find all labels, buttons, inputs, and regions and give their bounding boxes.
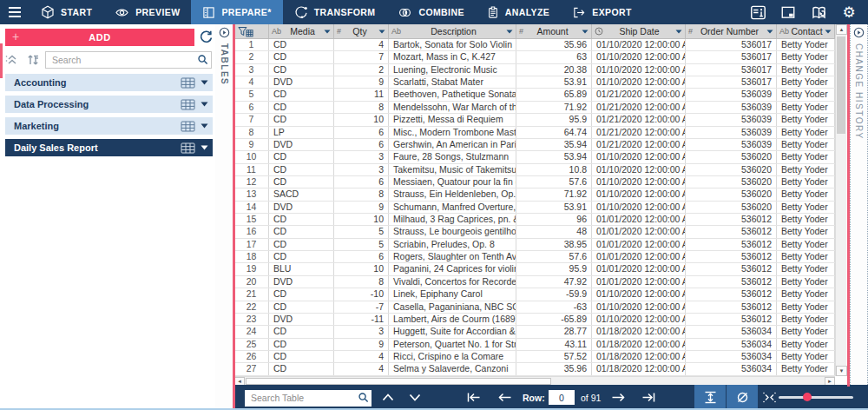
table-cell[interactable]: 536017: [686, 51, 777, 63]
table-cell[interactable]: Betty Yoder: [777, 263, 835, 274]
table-cell[interactable]: 38.95: [516, 239, 592, 250]
table-cell[interactable]: 536012: [686, 314, 777, 325]
row-number-cell[interactable]: 24: [234, 326, 269, 337]
table-cell[interactable]: 64.74: [516, 127, 592, 138]
column-menu-icon[interactable]: [324, 30, 331, 34]
table-cell[interactable]: 536020: [686, 176, 777, 188]
table-cell[interactable]: 20.38: [516, 64, 592, 76]
table-cell[interactable]: DVD: [269, 139, 334, 150]
tab-analyze[interactable]: ANALYZE: [476, 0, 561, 24]
row-number-cell[interactable]: 13: [234, 188, 269, 200]
table-cell[interactable]: 536017: [686, 64, 777, 76]
table-cell[interactable]: 01/18/2020 12:00:00 AM: [592, 363, 686, 374]
table-cell[interactable]: Betty Yoder: [777, 314, 835, 325]
table-cell[interactable]: Betty Yoder: [777, 139, 835, 150]
table-cell[interactable]: 10: [334, 114, 389, 125]
table-cell[interactable]: Betty Yoder: [777, 102, 835, 113]
table-cell[interactable]: CD: [269, 51, 334, 63]
table-row[interactable]: 13SACD8Strauss, Ein Heldenleben, Op.4071…: [234, 188, 835, 201]
table-cell[interactable]: Betty Yoder: [777, 89, 835, 100]
table-cell[interactable]: CD: [269, 114, 334, 125]
table-cell[interactable]: LP: [269, 127, 334, 138]
table-cell[interactable]: 10: [334, 214, 389, 225]
table-cell[interactable]: 48: [516, 226, 592, 237]
table-cell[interactable]: 01/10/2020 12:00:00 AM: [592, 76, 686, 88]
table-cell[interactable]: 2: [334, 64, 389, 76]
tab-combine[interactable]: COMBINE: [386, 0, 475, 24]
left-pane-splitter[interactable]: [233, 24, 235, 410]
book-sync-button[interactable]: [810, 3, 827, 21]
table-cell[interactable]: CD: [269, 39, 334, 50]
table-cell[interactable]: 536039: [686, 114, 777, 125]
tab-start[interactable]: START: [30, 0, 103, 24]
table-cell[interactable]: 3: [334, 151, 389, 162]
table-cell[interactable]: 536012: [686, 288, 777, 300]
table-cell[interactable]: 57.6: [516, 251, 592, 262]
table-row[interactable]: 1CD4Bartok, Sonata for Solo Violin35.960…: [234, 39, 835, 51]
table-cell[interactable]: Betty Yoder: [777, 226, 835, 237]
previous-row-button[interactable]: [493, 385, 517, 410]
table-cell[interactable]: Mozart, Mass in C, K.427: [389, 51, 516, 63]
log-info-button[interactable]: [749, 3, 766, 21]
table-cell[interactable]: -10: [334, 288, 389, 300]
table-cell[interactable]: CD: [269, 326, 334, 337]
table-row[interactable]: 19BLU10Paganini, 24 Caprices for violin.…: [234, 263, 835, 275]
row-number-cell[interactable]: 21: [234, 288, 269, 300]
zoom-slider-track[interactable]: [779, 396, 853, 399]
table-cell[interactable]: Peterson, Quartet No. 1 for Strings: [389, 339, 516, 350]
table-cell[interactable]: 4: [334, 363, 389, 374]
table-cell[interactable]: 01/10/2020 12:00:00 AM: [592, 151, 686, 162]
table-cell[interactable]: Bartok, Sonata for Solo Violin: [389, 39, 516, 50]
table-cell[interactable]: CD: [269, 214, 334, 225]
table-cell[interactable]: 01/10/2020 12:00:00 AM: [592, 314, 686, 325]
table-cell[interactable]: 01/01/2020 12:00:00 AM: [592, 214, 686, 225]
next-row-button[interactable]: [606, 385, 630, 410]
table-cell[interactable]: Betty Yoder: [777, 363, 835, 374]
chevron-down-icon[interactable]: [201, 145, 208, 150]
row-number-cell[interactable]: 18: [234, 251, 269, 262]
tab-transform[interactable]: TRANSFORM: [283, 0, 387, 24]
table-cell[interactable]: 01/10/2020 12:00:00 AM: [592, 288, 686, 300]
table-cell[interactable]: 01/10/2020 12:00:00 AM: [592, 301, 686, 313]
table-cell[interactable]: Betty Yoder: [777, 64, 835, 76]
table-cell[interactable]: 71.92: [516, 102, 592, 113]
table-cell[interactable]: 7: [334, 51, 389, 63]
table-cell[interactable]: 5: [334, 239, 389, 250]
table-cell[interactable]: 53.91: [516, 76, 592, 88]
table-cell[interactable]: -11: [334, 314, 389, 325]
table-cell[interactable]: 536012: [686, 226, 777, 237]
table-cell[interactable]: Betty Yoder: [777, 164, 835, 175]
column-header-ship-date[interactable]: Ship Date: [592, 24, 686, 38]
table-cell[interactable]: 536039: [686, 89, 777, 100]
table-cell[interactable]: 01/21/2020 12:00:00 AM: [592, 139, 686, 150]
column-menu-icon[interactable]: [378, 30, 385, 34]
table-row[interactable]: 15CD10Milhaud, 3 Rag Caprices, pn. & orc…: [234, 214, 835, 226]
row-number-cell[interactable]: 1: [234, 39, 269, 50]
table-cell[interactable]: 9: [334, 202, 389, 213]
tab-prepare[interactable]: PREPARE*: [191, 0, 282, 24]
table-row[interactable]: 21CD-10Linek, Epiphany Carol-59.901/10/2…: [234, 288, 835, 301]
refresh-button[interactable]: [197, 27, 214, 46]
table-row[interactable]: 22CD-7Casella, Paganiniana, NBC SO-6301/…: [234, 301, 835, 314]
table-cell[interactable]: 4: [334, 39, 389, 50]
table-cell[interactable]: 9: [334, 339, 389, 350]
table-row[interactable]: 9DVD6Gershwin, An American in Paris35.94…: [234, 139, 835, 151]
table-cell[interactable]: 01/10/2020 12:00:00 AM: [592, 39, 686, 50]
table-row[interactable]: 14DVD9Schumann, Manfred Overture, Bav SO…: [234, 202, 835, 214]
row-number-cell[interactable]: 15: [234, 214, 269, 225]
table-cell[interactable]: CD: [269, 226, 334, 237]
save-view-button[interactable]: [779, 3, 797, 21]
table-cell[interactable]: 536012: [686, 239, 777, 250]
row-height-toggle-button[interactable]: [694, 385, 726, 410]
table-row[interactable]: 6CD8Mendelssohn, War March of the Priest…: [234, 102, 835, 114]
table-cell[interactable]: Pizzetti, Messa di Requiem: [389, 114, 516, 125]
table-cell[interactable]: Faure, 28 Songs, Stulzmann: [389, 151, 516, 162]
table-cell[interactable]: Betty Yoder: [777, 276, 835, 288]
table-cell[interactable]: Betty Yoder: [777, 176, 835, 188]
table-cell[interactable]: 01/18/2020 12:00:00 AM: [592, 326, 686, 337]
table-cell[interactable]: 8: [334, 188, 389, 200]
table-cell[interactable]: CD: [269, 89, 334, 100]
table-cell[interactable]: Betty Yoder: [777, 151, 835, 162]
table-cell[interactable]: Mendelssohn, War March of the Priests: [389, 102, 516, 113]
table-cell[interactable]: 3: [334, 164, 389, 175]
